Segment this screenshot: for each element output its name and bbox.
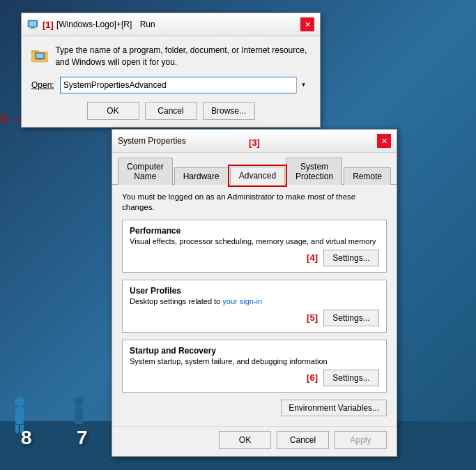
svg-rect-9 (38, 59, 43, 60)
badge-7: 7 (77, 427, 88, 449)
startup-footer: [6] Settings... (130, 370, 379, 386)
run-titlebar: [1] [Windows-Logo]+[R] Run ✕ (22, 13, 320, 36)
performance-desc: Visual effects, processor scheduling, me… (130, 237, 379, 245)
annotation-2: [2] (0, 113, 8, 123)
annotation-3: [3] (249, 137, 260, 148)
run-close-button[interactable]: ✕ (300, 17, 314, 31)
run-body: Type the name of a program, folder, docu… (22, 36, 320, 127)
user-profiles-settings-button[interactable]: Settings... (323, 310, 379, 326)
folder-icon (31, 45, 48, 66)
admin-notice: You must be logged on as an Administrato… (122, 192, 387, 213)
badge-8: 8 (21, 427, 32, 449)
run-cancel-button[interactable]: Cancel (145, 102, 197, 120)
env-variables-button[interactable]: Environment Variables... (281, 400, 387, 416)
tab-computer-name[interactable]: Computer Name (118, 158, 173, 185)
run-open-label: Open: (31, 80, 54, 90)
run-title-annotation: [1] [Windows-Logo]+[R] Run (43, 20, 155, 30)
run-buttons: OK Cancel Browse... (31, 102, 310, 120)
svg-rect-2 (31, 27, 35, 29)
tab-system-protection[interactable]: System Protection (286, 158, 342, 185)
user-profiles-title: User Profiles (130, 286, 379, 296)
tab-advanced[interactable]: Advanced (230, 167, 285, 185)
sysprop-close-button[interactable]: ✕ (377, 134, 391, 148)
user-profiles-footer: [5] Settings... (130, 310, 379, 326)
annotation-6: [6] (307, 372, 318, 383)
svg-rect-3 (29, 29, 36, 29)
performance-settings-button[interactable]: Settings... (323, 250, 379, 266)
sysprop-cancel-button[interactable]: Cancel (277, 431, 329, 449)
arrow-icon: → (10, 112, 24, 126)
sysprop-title: System Properties (118, 136, 186, 146)
annotation-4: [4] (307, 252, 318, 263)
bottom-buttons: OK Cancel Apply (112, 426, 397, 456)
user-profiles-desc: Desktop settings related to your sign-in (130, 297, 379, 305)
startup-settings-button[interactable]: Settings... (323, 370, 379, 386)
startup-title: Startup and Recovery (130, 346, 379, 356)
tab-remote[interactable]: Remote (344, 167, 391, 185)
sysprop-dialog: System Properties ✕ [3] Computer Name Ha… (112, 129, 397, 457)
svg-rect-1 (29, 22, 36, 26)
run-dropdown-arrow[interactable]: ▼ (296, 77, 310, 93)
annotation-1: [1] (43, 20, 54, 30)
performance-footer: [4] Settings... (130, 250, 379, 266)
sysprop-apply-button[interactable]: Apply (335, 431, 387, 449)
run-ok-button[interactable]: OK (87, 102, 139, 120)
annotation-5: [5] (307, 312, 318, 323)
run-input[interactable] (60, 77, 310, 93)
run-icon (27, 19, 38, 30)
user-profiles-section: User Profiles Desktop settings related t… (122, 280, 387, 333)
run-description-row: Type the name of a program, folder, docu… (31, 45, 310, 68)
run-input-container: ▼ (60, 77, 310, 93)
svg-rect-8 (36, 54, 44, 59)
startup-desc: System startup, system failure, and debu… (130, 357, 379, 365)
run-dialog: [1] [Windows-Logo]+[R] Run ✕ Type the na… (21, 13, 321, 128)
performance-section: Performance Visual effects, processor sc… (122, 220, 387, 273)
arrow-annotation: [2] → (0, 112, 24, 126)
tabs-row: [3] Computer Name Hardware Advanced Syst… (112, 153, 397, 185)
sysprop-ok-button[interactable]: OK (219, 431, 271, 449)
run-title: Run (140, 20, 155, 29)
run-browse-button[interactable]: Browse... (203, 102, 255, 120)
sysprop-content: You must be logged on as an Administrato… (112, 185, 397, 426)
run-description: Type the name of a program, folder, docu… (55, 45, 310, 68)
tab-hardware[interactable]: Hardware (174, 167, 229, 185)
run-open-row: [2] → Open: ▼ (31, 77, 310, 93)
performance-title: Performance (130, 226, 379, 236)
run-titlebar-left: [1] [Windows-Logo]+[R] Run (27, 19, 155, 30)
startup-section: Startup and Recovery System startup, sys… (122, 340, 387, 393)
run-annotation-text: [Windows-Logo]+[R] (56, 20, 132, 29)
